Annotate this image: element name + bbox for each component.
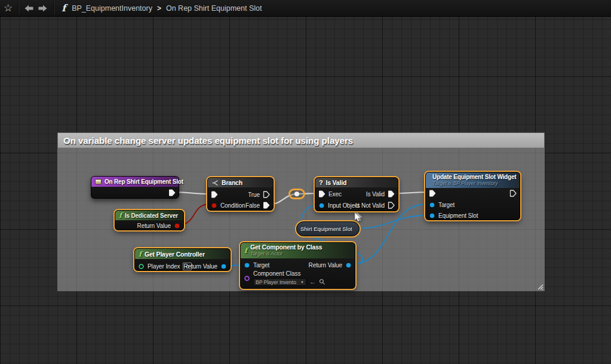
component-class-label: Component Class	[253, 270, 326, 277]
forward-button[interactable]	[38, 4, 48, 13]
favorite-star-icon[interactable]: ☆	[4, 0, 13, 17]
function-icon: f	[244, 246, 247, 255]
return-value-pin[interactable]: Return Value	[309, 260, 352, 270]
return-value-pin[interactable]: Return Value	[137, 220, 180, 231]
exec-out-pin[interactable]	[168, 187, 176, 198]
breadcrumb-chevron-icon: >	[156, 4, 162, 13]
reroute-pin[interactable]	[294, 192, 299, 196]
branch-icon	[211, 180, 219, 186]
pin-label: Target	[438, 202, 455, 208]
pin-label: Is Not Valid	[355, 202, 385, 209]
output-pin[interactable]	[355, 226, 355, 232]
back-button[interactable]	[24, 4, 34, 13]
comment-header[interactable]: On variable change server updates equipm…	[58, 133, 544, 148]
use-selected-asset-icon[interactable]: ←	[309, 279, 316, 285]
node-subtitle: Target is BP Player Inventory	[432, 180, 516, 187]
exec-out-pin[interactable]	[509, 188, 517, 199]
equipment-slot-pin[interactable]: Equipment Slot	[429, 210, 478, 221]
node-on-rep-shirt-equipment-slot[interactable]: On Rep Shirt Equipment Slot	[91, 176, 179, 199]
blueprint-graph-canvas[interactable]: On variable change server updates equipm…	[0, 0, 611, 364]
node-title: Is Dedicated Server	[125, 212, 178, 219]
function-icon: f	[119, 211, 122, 220]
input-object-pin[interactable]: Input Object	[318, 200, 360, 211]
node-shirt-equipment-slot-getter[interactable]: Shirt Equipment Slot	[296, 221, 360, 236]
node-branch[interactable]: Branch True Condition False	[207, 177, 274, 211]
node-is-valid[interactable]: ? Is Valid Exec Is Valid Input Object Is…	[315, 177, 398, 211]
pin-label: Exec	[328, 191, 342, 198]
pin-label: Target	[253, 262, 269, 269]
pin-label: Is Valid	[366, 191, 385, 198]
function-icon: f	[139, 250, 142, 258]
browse-search-icon[interactable]	[319, 279, 326, 285]
node-title: Branch	[222, 179, 242, 186]
pin-label: Player Index	[148, 263, 180, 270]
node-title: Get Component by Class	[250, 244, 322, 251]
exec-in-pin[interactable]: Exec	[318, 189, 342, 199]
pin-label: Return Value	[309, 262, 342, 269]
variable-label: Shirt Equipment Slot	[300, 226, 352, 232]
is-valid-exec-pin[interactable]: Is Valid	[366, 189, 395, 199]
return-value-pin[interactable]: Return Value	[184, 261, 227, 272]
function-graph-icon: f	[59, 2, 68, 14]
is-not-valid-exec-pin[interactable]: Is Not Valid	[355, 200, 395, 211]
comment-resize-handle[interactable]	[536, 283, 544, 290]
target-pin[interactable]: Target	[244, 260, 269, 270]
toolbar-divider	[18, 2, 19, 14]
pin-label: Return Value	[137, 223, 171, 229]
pin-label: Condition	[220, 202, 245, 209]
false-exec-pin[interactable]: False	[245, 200, 270, 211]
dropdown-value: BP Player Invento	[256, 279, 296, 286]
graph-toolbar: ☆ f BP_EquipmentInventory > On Rep Shirt…	[0, 0, 611, 17]
component-class-dropdown[interactable]: BP Player Invento ▼	[253, 278, 306, 286]
node-update-equipment-slot-widget[interactable]: Update Equipment Slot Widget Target is B…	[425, 172, 520, 220]
chevron-down-icon: ▼	[300, 279, 304, 286]
node-subtitle: Target is Actor	[250, 251, 322, 257]
mouse-cursor	[353, 212, 364, 224]
component-class-pin[interactable]	[244, 275, 250, 282]
breadcrumb-root[interactable]: BP_EquipmentInventory	[72, 4, 152, 13]
pin-label: True	[248, 192, 260, 198]
node-title: Get Player Controller	[145, 251, 205, 258]
comment-title: On variable change server updates equipm…	[63, 135, 353, 146]
pin-label: False	[245, 202, 260, 209]
target-pin[interactable]: Target	[429, 199, 455, 210]
condition-pin[interactable]: Condition	[211, 200, 245, 211]
event-node-icon	[95, 179, 102, 184]
node-is-dedicated-server[interactable]: f Is Dedicated Server Return Value	[115, 210, 184, 230]
reroute-node[interactable]	[288, 189, 305, 199]
true-exec-pin[interactable]: True	[248, 189, 270, 200]
node-get-player-controller[interactable]: f Get Player Controller Player Index 0 R…	[134, 248, 231, 271]
pin-label: Return Value	[184, 263, 217, 270]
node-title: Is Valid	[326, 179, 347, 186]
breadcrumb-current[interactable]: On Rep Shirt Equipment Slot	[166, 4, 262, 13]
exec-in-pin[interactable]	[429, 188, 436, 199]
exec-in-pin[interactable]	[211, 189, 218, 200]
node-title: Update Equipment Slot Widget	[432, 174, 516, 180]
pin-label: Equipment Slot	[438, 212, 478, 219]
toolbar-divider	[53, 2, 54, 14]
node-get-component-by-class[interactable]: f Get Component by Class Target is Actor…	[240, 242, 355, 289]
question-icon: ?	[319, 179, 323, 186]
node-title: On Rep Shirt Equipment Slot	[105, 178, 183, 185]
